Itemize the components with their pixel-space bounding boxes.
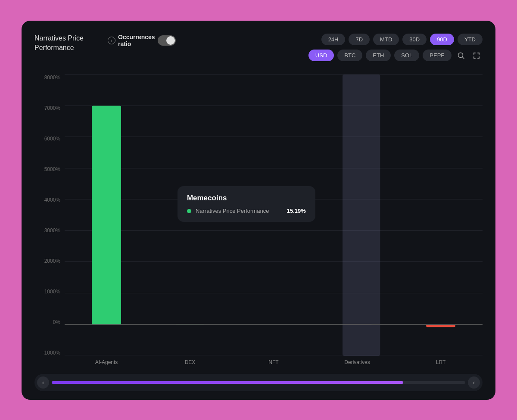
occurrences-label: Occurrences ratio	[118, 34, 155, 47]
y-label-6000: 6000%	[34, 136, 65, 142]
search-icon[interactable]	[455, 50, 467, 62]
y-label-3000: 3000%	[34, 227, 65, 233]
time-filter-mtd[interactable]: MTD	[373, 34, 399, 45]
y-label-4000: 4000%	[34, 197, 65, 203]
tooltip: Memecoins Narratives Price Performance 1…	[178, 186, 315, 222]
time-filter-7d[interactable]: 7D	[349, 34, 370, 45]
y-axis: 8000% 7000% 6000% 5000% 4000% 3000% 2000…	[34, 75, 65, 369]
currency-filter-group: USD BTC ETH SOL PEPE	[308, 50, 483, 62]
x-label-lrt: LRT	[399, 356, 483, 369]
page-title: Narratives Price Performance	[34, 34, 103, 53]
y-label-8000: 8000%	[34, 75, 65, 81]
scroll-right-arrow[interactable]: ‹	[468, 376, 480, 389]
toggle-knob	[166, 36, 175, 45]
chart-inner: Memecoins Narratives Price Performance 1…	[65, 75, 483, 369]
occurrences-toggle[interactable]	[158, 35, 176, 46]
svg-rect-15	[426, 324, 455, 327]
x-label-derivatives: Derivatives	[315, 356, 399, 369]
currency-filter-btc[interactable]: BTC	[337, 50, 362, 61]
svg-point-0	[458, 53, 463, 57]
y-label-7000: 7000%	[34, 105, 65, 111]
scroll-left-arrow[interactable]: ‹	[37, 376, 49, 389]
svg-rect-3	[473, 53, 474, 55]
currency-filter-pepe[interactable]: PEPE	[423, 50, 452, 61]
y-label-neg1000: -1000%	[34, 350, 65, 356]
y-label-1000: 1000%	[34, 289, 65, 295]
currency-filter-sol[interactable]: SOL	[394, 50, 419, 61]
currency-filter-eth[interactable]: ETH	[366, 50, 391, 61]
occurrences-section: i Occurrences ratio	[108, 34, 176, 47]
chart-area: 8000% 7000% 6000% 5000% 4000% 3000% 2000…	[34, 75, 483, 369]
svg-rect-11	[92, 106, 121, 324]
tooltip-row: Narratives Price Performance 15.19%	[187, 208, 306, 214]
tooltip-value: 15.19%	[287, 208, 306, 214]
time-filter-group: 24H 7D MTD 30D 90D YTD	[321, 34, 483, 45]
scroll-thumb	[52, 381, 403, 384]
y-label-5000: 5000%	[34, 166, 65, 172]
currency-filter-usd[interactable]: USD	[308, 50, 334, 61]
x-label-nft: NFT	[232, 356, 315, 369]
tooltip-metric: Narratives Price Performance	[196, 208, 269, 214]
info-icon[interactable]: i	[108, 37, 115, 44]
time-filter-24h[interactable]: 24H	[321, 34, 346, 45]
scrollbar: ‹ ‹	[34, 374, 483, 391]
time-filter-90d[interactable]: 90D	[430, 34, 454, 45]
svg-line-1	[463, 57, 464, 59]
svg-rect-5	[479, 53, 480, 55]
x-labels: AI-Agents DEX NFT Derivatives LRT	[65, 356, 483, 369]
time-filter-ytd[interactable]: YTD	[458, 34, 483, 45]
controls-right: 24H 7D MTD 30D 90D YTD USD BTC ETH SOL P…	[308, 34, 483, 62]
x-label-ai-agents: AI-Agents	[65, 356, 148, 369]
x-label-dex: DEX	[148, 356, 232, 369]
tooltip-dot	[187, 209, 191, 213]
title-section: Narratives Price Performance i Occurrenc…	[34, 34, 176, 53]
expand-icon[interactable]	[470, 50, 483, 62]
svg-rect-7	[473, 56, 474, 59]
scroll-track[interactable]	[52, 381, 465, 384]
time-filter-30d[interactable]: 30D	[402, 34, 427, 45]
header: Narratives Price Performance i Occurrenc…	[34, 34, 483, 62]
tooltip-title: Memecoins	[187, 194, 306, 202]
svg-rect-10	[343, 75, 380, 356]
y-label-0: 0%	[34, 319, 65, 325]
svg-rect-9	[479, 56, 480, 59]
main-card: Narratives Price Performance i Occurrenc…	[22, 21, 495, 400]
y-label-2000: 2000%	[34, 258, 65, 264]
